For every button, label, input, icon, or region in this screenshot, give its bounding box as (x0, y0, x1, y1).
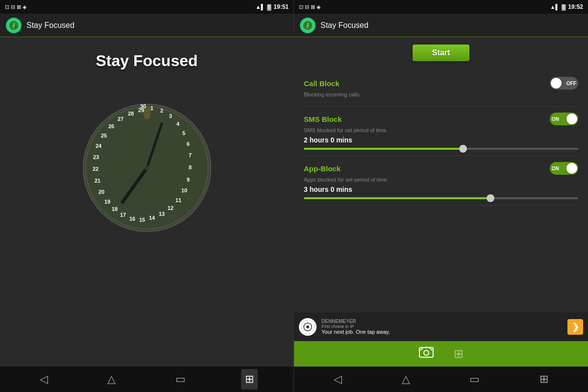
left-app-title: Stay Focused (26, 21, 74, 30)
right-wifi-signal-icon: ▲▌ (550, 4, 560, 10)
svg-point-47 (424, 350, 429, 355)
svg-point-42 (306, 325, 309, 328)
left-status-bar: ⊡ ⊟ ⊠ ◈ ▲▌ ▓ 19:51 (0, 0, 294, 14)
call-block-toggle[interactable]: OFF (550, 77, 578, 90)
svg-point-37 (145, 165, 149, 170)
sms-block-slider[interactable] (304, 148, 578, 150)
svg-text:8: 8 (188, 164, 191, 170)
left-main-content: Stay Focused 1 2 3 4 5 6 7 (0, 37, 294, 367)
svg-text:20: 20 (98, 189, 104, 195)
wifi-signal-icon: ▲▌ (256, 4, 265, 10)
battery-icon: ▓ (267, 4, 271, 10)
content-spacer (304, 206, 578, 304)
svg-text:15: 15 (139, 217, 145, 223)
app-block-slider-thumb (487, 194, 494, 202)
ad-text-block: DENNEMEYER First choice in IP Your next … (321, 319, 390, 335)
svg-text:30: 30 (140, 103, 146, 109)
svg-text:23: 23 (93, 154, 98, 160)
svg-text:14: 14 (148, 215, 155, 221)
app-block-slider[interactable] (304, 197, 578, 199)
right-status-icons: ▲▌ ▓ 19:51 (256, 3, 289, 10)
sms-block-time: 2 hours 0 mins (304, 136, 578, 144)
svg-text:11: 11 (175, 197, 181, 203)
svg-point-39 (307, 24, 309, 26)
right-android-icon: ⊡ ⊟ ⊠ ◈ (299, 4, 320, 10)
svg-text:3: 3 (169, 113, 172, 119)
svg-text:22: 22 (92, 166, 98, 172)
start-btn-container: Start (304, 45, 578, 61)
app-block-slider-container (304, 197, 578, 199)
svg-text:24: 24 (95, 143, 101, 149)
sms-block-toggle-label: ON (552, 116, 559, 122)
sms-block-desc: SMS blocked for set period of time. (304, 127, 578, 133)
app-icon-left (6, 18, 22, 33)
left-app-bar: Stay Focused (0, 14, 294, 37)
right-battery-icon: ▓ (562, 4, 565, 10)
action-grid-button[interactable]: ⊞ (454, 347, 464, 361)
app-block-desc: Apps blocked for set period of time. (304, 177, 578, 183)
right-main-content: Start Call Block OFF Blocking incoming c… (294, 37, 588, 312)
app-block-setting: App-Block ON Apps blocked for set period… (304, 156, 578, 206)
svg-text:9: 9 (186, 177, 189, 183)
ad-cta-button[interactable]: ❯ (567, 319, 583, 335)
svg-text:12: 12 (167, 205, 173, 211)
svg-point-1 (13, 24, 15, 26)
left-status-icons: ⊡ ⊟ ⊠ ◈ (5, 4, 26, 10)
sms-block-header: SMS Block ON (304, 113, 578, 125)
ad-tagline: Your next job. One tap away. (321, 329, 390, 335)
clock-display: 1 2 3 4 5 6 7 8 9 10 11 12 13 14 15 16 1 (69, 90, 225, 246)
sms-block-toggle-thumb (566, 114, 577, 124)
app-icon-right (300, 18, 316, 33)
svg-text:10: 10 (181, 187, 187, 193)
back-button-right[interactable]: ◁ (330, 369, 346, 390)
app-block-toggle[interactable]: ON (550, 162, 578, 175)
home-button-right[interactable]: △ (398, 369, 414, 390)
ad-logo (299, 318, 317, 336)
svg-text:16: 16 (129, 216, 135, 222)
action-camera-button[interactable] (418, 345, 434, 363)
android-icon: ⊡ ⊟ ⊠ ◈ (5, 4, 26, 10)
start-button[interactable]: Start (413, 45, 469, 61)
sms-block-label: SMS Block (304, 115, 342, 123)
sms-block-setting: SMS Block ON SMS blocked for set period … (304, 107, 578, 156)
app-block-time: 3 hours 0 mins (304, 185, 578, 193)
svg-text:27: 27 (117, 116, 123, 122)
screenshot-button-right[interactable]: ⊞ (536, 369, 552, 390)
svg-text:5: 5 (182, 130, 185, 136)
main-title: Stay Focused (96, 52, 197, 70)
svg-text:17: 17 (120, 212, 125, 218)
right-app-bar: Stay Focused (294, 14, 588, 37)
back-button-left[interactable]: ◁ (36, 369, 52, 390)
call-block-toggle-label: OFF (566, 81, 576, 86)
recent-button-left[interactable]: ▭ (172, 369, 190, 390)
right-screen: ⊡ ⊟ ⊠ ◈ ▲▌ ▓ 19:52 Stay Focused (294, 0, 588, 392)
svg-text:28: 28 (127, 111, 133, 116)
app-block-toggle-label: ON (552, 166, 559, 171)
right-status-left-icons: ⊡ ⊟ ⊠ ◈ (299, 4, 320, 10)
app-block-toggle-thumb (566, 163, 577, 174)
recent-button-right[interactable]: ▭ (466, 369, 484, 390)
app-block-header: App-Block ON (304, 162, 578, 175)
call-block-toggle-thumb (551, 78, 562, 89)
right-status-right-icons: ▲▌ ▓ 19:52 (550, 3, 583, 10)
call-block-setting: Call Block OFF Blocking incoming calls. (304, 71, 578, 107)
app-block-slider-fill (304, 197, 490, 199)
svg-text:4: 4 (176, 121, 179, 127)
call-block-header: Call Block OFF (304, 77, 578, 90)
svg-text:21: 21 (94, 178, 100, 184)
svg-text:26: 26 (108, 123, 114, 129)
home-button-left[interactable]: △ (103, 369, 120, 390)
svg-text:25: 25 (100, 133, 106, 138)
right-bottom-nav: ◁ △ ▭ ⊞ (294, 367, 588, 392)
ad-content: DENNEMEYER First choice in IP Your next … (299, 318, 390, 336)
right-time: 19:52 (568, 3, 583, 10)
right-app-title: Stay Focused (320, 21, 368, 30)
call-block-desc: Blocking incoming calls. (304, 92, 578, 97)
call-block-label: Call Block (304, 79, 340, 88)
screenshot-button-left[interactable]: ⊞ (241, 369, 258, 390)
sms-block-slider-container (304, 148, 578, 150)
sms-block-toggle[interactable]: ON (550, 113, 578, 125)
ad-banner[interactable]: DENNEMEYER First choice in IP Your next … (294, 312, 588, 341)
svg-text:18: 18 (111, 206, 117, 212)
sms-block-slider-fill (304, 148, 463, 150)
